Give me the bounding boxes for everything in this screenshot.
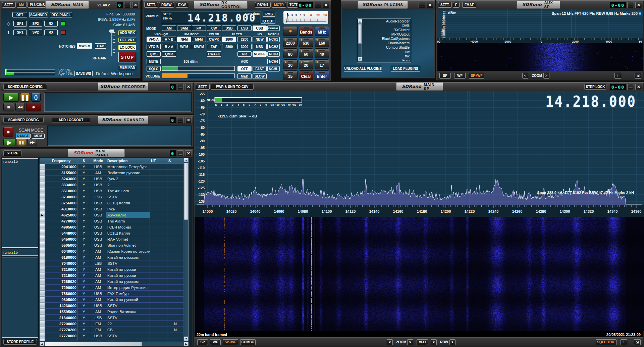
row-handle[interactable]	[40, 188, 45, 194]
row-handle[interactable]	[40, 164, 45, 170]
mainsp-spwf-button[interactable]: SP+WF	[223, 339, 238, 345]
row-handle[interactable]	[40, 182, 45, 188]
vrx-rx-button[interactable]: RX	[44, 30, 58, 35]
rf-gain-slider[interactable]	[108, 30, 115, 56]
row-handle[interactable]	[40, 170, 45, 176]
main-scanner-button[interactable]: SCANNER	[29, 12, 48, 17]
mode-digital-button[interactable]: DIGITAL	[267, 26, 280, 31]
pad-30-button[interactable]: 130	[283, 59, 298, 69]
row-handle[interactable]	[40, 176, 45, 182]
scheduler-config-button[interactable]: SCHEDULER CONFIG	[3, 84, 47, 90]
pad-60-button[interactable]: 560	[299, 48, 313, 58]
aux-f-button[interactable]: F	[453, 2, 460, 8]
recorder-stop-button[interactable]: ■	[3, 103, 14, 111]
row-handle[interactable]	[40, 218, 45, 224]
row-handle[interactable]	[40, 321, 45, 327]
add-lockout-button[interactable]: ADD LOCKOUT	[52, 117, 90, 123]
pwr-snr-csv-button[interactable]: PWR & SNR TO CSV	[211, 84, 254, 90]
pad-clear-button[interactable]: Clear	[299, 70, 313, 80]
plugin-item-fran[interactable]: Fran	[363, 58, 410, 61]
row-handle[interactable]	[40, 200, 45, 206]
rx-2800-button[interactable]: 2800	[222, 44, 236, 49]
plugin-item-dab[interactable]: DAB	[363, 23, 410, 28]
table-row[interactable]: 4770000YUSBThe Alarm	[40, 218, 184, 224]
row-handle[interactable]	[40, 266, 45, 272]
rx-wfm-button[interactable]: WFM	[177, 44, 191, 49]
aux-spwf-button[interactable]: SP+WF	[469, 73, 484, 79]
aux-zoom-out-button[interactable]: <	[522, 73, 528, 79]
rx-nch1-button[interactable]: NCH1	[267, 37, 280, 42]
pad-630-button[interactable]: 8630	[299, 37, 313, 47]
plugins-scrollbar[interactable]: ▲ ▼	[358, 19, 362, 61]
mainsp-close-button[interactable]: ✕	[635, 84, 642, 90]
mwfm-button[interactable]: MW/FM	[77, 43, 92, 49]
mem-vscrollbar[interactable]: ▲ ▼	[184, 158, 189, 341]
mode-cw-button[interactable]: CW	[207, 26, 221, 31]
recorder-pause-button[interactable]: ❚❚	[20, 93, 30, 102]
rx-exw-button[interactable]: EXW	[176, 2, 188, 8]
plugins-minimize-button[interactable]: —	[419, 2, 425, 8]
selected-bank-item[interactable]: runo.s1b	[2, 249, 38, 256]
row-handle[interactable]	[40, 272, 45, 279]
lo-lock-button[interactable]: LO LOCK	[118, 45, 136, 50]
vrx-rx-button[interactable]: RX	[44, 21, 58, 27]
row-handle[interactable]	[40, 309, 45, 315]
rx-swfm-button[interactable]: SWFM	[192, 44, 206, 49]
mem-button[interactable]: MEM	[32, 134, 45, 139]
rx-nch4-button[interactable]: NCH4	[267, 59, 280, 64]
row-handle[interactable]	[40, 297, 45, 303]
store-button[interactable]: STORE	[3, 150, 21, 156]
pad-2200-button[interactable]: 72200	[283, 37, 298, 47]
rx-slow-button[interactable]: SLOW	[253, 73, 267, 79]
row-handle[interactable]	[40, 333, 45, 339]
row-handle[interactable]	[40, 206, 45, 212]
scanner-stop-button[interactable]: ■	[3, 127, 13, 137]
mainsp-wf-button[interactable]: WF	[210, 339, 221, 345]
mainsp-sett-button[interactable]: SETT.	[196, 84, 210, 90]
mode-am-button[interactable]: AM	[162, 26, 176, 31]
vfo-button[interactable]: VFO	[417, 339, 428, 345]
rx-sett-button[interactable]: SETT.	[144, 2, 158, 8]
row-handle[interactable]	[40, 279, 45, 285]
plugin-item-audiorecorder[interactable]: AudioRecorder	[363, 19, 410, 23]
main-minimize-button[interactable]: —	[124, 2, 131, 8]
rx-mute-button[interactable]: MUTE	[147, 59, 161, 64]
table-row[interactable]: 15595000YAMРадио Ватикана	[40, 309, 184, 315]
rx-sqlc-button[interactable]: SQLC	[147, 66, 161, 71]
aux-resize-handle[interactable]: ⇲	[635, 73, 641, 79]
dab-button[interactable]: DAB	[95, 43, 106, 49]
pad-80-button[interactable]: 480	[283, 48, 298, 58]
del-vrx-button[interactable]: DEL VRX	[118, 38, 136, 43]
rx-close-button[interactable]: ✕	[323, 2, 329, 8]
rx-cwpk-button[interactable]: CWPK	[207, 37, 221, 42]
pad-bands-button[interactable]: Bands	[299, 26, 313, 36]
stop-button[interactable]: STOP	[118, 52, 136, 62]
row-handle[interactable]	[40, 285, 45, 291]
mainsp-minimize-button[interactable]: —	[627, 84, 634, 90]
main-sett-button[interactable]: SETT.	[2, 2, 16, 8]
bank-list-box[interactable]: runo.s1b	[2, 158, 38, 248]
row-handle[interactable]	[40, 260, 45, 266]
aux-fmaf-button[interactable]: FMAF	[462, 2, 476, 8]
vrx-sp2-button[interactable]: SP2	[29, 30, 42, 35]
aux-info-button[interactable]: i	[614, 73, 621, 79]
bank-file-item[interactable]: runo.s1b	[3, 159, 18, 163]
rx-vfo-b-button[interactable]: VFO B	[147, 44, 161, 49]
table-row[interactable]: 27270200YFMCBN	[40, 327, 184, 333]
rx-mfm-button[interactable]: MFM	[192, 37, 206, 42]
plugin-item-contourshuttle[interactable]: ContourShuttle	[363, 45, 410, 50]
rx-off-button[interactable]: OFF	[237, 66, 252, 71]
step-value[interactable]: 250 Hz	[163, 17, 172, 20]
vrx-sp1-button[interactable]: SP1	[13, 21, 27, 27]
table-row[interactable]: 5505000YUSBShannon Volmet	[40, 242, 184, 248]
save-ws-button[interactable]: SAVE WS	[74, 71, 93, 76]
rx-cwafc-button[interactable]: CWAFC	[207, 51, 221, 57]
row-handle[interactable]: ▶	[40, 212, 45, 218]
table-row[interactable]: 21340000YLSBSSTV	[40, 315, 184, 321]
recorder-loop-button[interactable]: ()	[31, 93, 41, 102]
rx-rdsw-button[interactable]: RDSW	[159, 2, 174, 8]
recorder-minimize-button[interactable]: —	[177, 84, 184, 90]
rms-button[interactable]: RMS	[263, 12, 275, 17]
plugin-item-blackcatsystems[interactable]: BlackCatSystems	[363, 37, 410, 41]
rx-1800-button[interactable]: 1800	[222, 37, 236, 42]
